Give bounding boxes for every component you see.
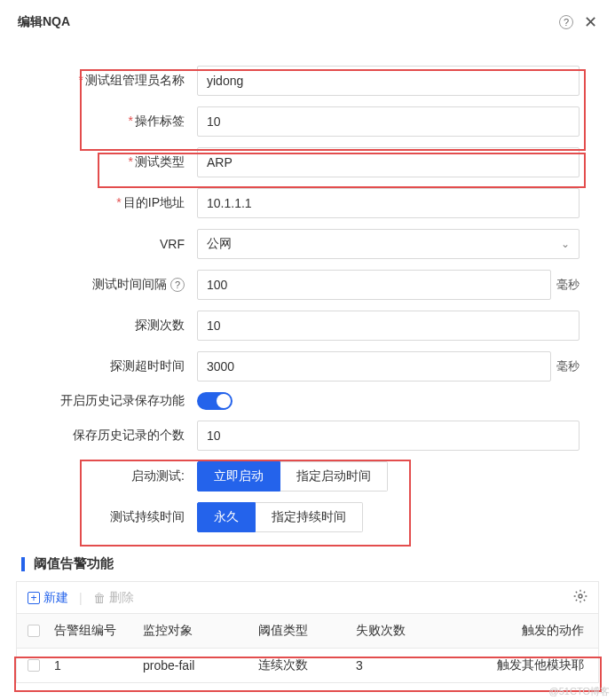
col-threshold-type: 阈值类型 — [258, 623, 356, 639]
start-test-group: 立即启动 指定启动时间 — [197, 461, 388, 492]
op-tag-input[interactable]: 10 — [197, 106, 580, 137]
delete-button[interactable]: 🗑 删除 — [93, 590, 134, 606]
interval-label: 测试时间间隔 — [92, 277, 167, 293]
probe-timeout-input[interactable]: 3000 — [197, 351, 551, 381]
history-count-label: 保存历史记录的个数 — [73, 428, 185, 442]
gear-icon[interactable] — [573, 589, 587, 606]
plus-icon: + — [28, 592, 40, 604]
form: *测试组管理员名称 yidong *操作标签 10 *测试类型 ARP *目的I… — [0, 41, 615, 532]
probe-timeout-label: 探测超时时间 — [110, 358, 185, 373]
help-icon[interactable]: ? — [559, 15, 573, 29]
admin-name-input[interactable]: yidong — [197, 66, 580, 96]
history-enable-toggle[interactable] — [197, 392, 233, 410]
probe-count-label: 探测次数 — [135, 318, 185, 332]
alarm-table: 告警组编号 监控对象 阈值类型 失败次数 触发的动作 1 probe-fail … — [16, 613, 599, 683]
watermark: @51CTO博客 — [549, 685, 610, 698]
test-type-input[interactable]: ARP — [197, 147, 580, 177]
dest-ip-label: 目的IP地址 — [123, 195, 185, 209]
col-fail-count: 失败次数 — [356, 623, 445, 639]
col-action: 触发的动作 — [445, 623, 587, 639]
test-type-label: 测试类型 — [135, 154, 185, 169]
dialog-title: 编辑NQA — [18, 14, 70, 30]
start-now-button[interactable]: 立即启动 — [197, 461, 280, 492]
svg-point-0 — [579, 594, 582, 598]
interval-help-icon[interactable]: ? — [170, 278, 185, 292]
history-enable-label: 开启历史记录保存功能 — [60, 393, 185, 407]
probe-timeout-suffix: 毫秒 — [556, 358, 580, 374]
vrf-select[interactable]: 公网 ⌄ — [197, 229, 580, 259]
row-checkbox[interactable] — [28, 659, 40, 672]
trash-icon: 🗑 — [93, 591, 106, 605]
table-toolbar: + 新建 | 🗑 删除 — [16, 581, 599, 613]
vrf-label: VRF — [160, 237, 185, 251]
dialog-header: 编辑NQA ? ✕ — [0, 0, 615, 41]
chevron-down-icon: ⌄ — [561, 238, 570, 250]
start-scheduled-button[interactable]: 指定启动时间 — [280, 461, 388, 492]
new-button[interactable]: + 新建 — [28, 590, 68, 606]
admin-name-label: 测试组管理员名称 — [85, 73, 185, 87]
probe-count-input[interactable]: 10 — [197, 311, 580, 341]
op-tag-label: 操作标签 — [135, 114, 185, 128]
duration-group: 永久 指定持续时间 — [197, 502, 363, 532]
table-row[interactable]: 1 probe-fail 连续次数 3 触发其他模块耶 — [17, 649, 598, 682]
col-alarm-id: 告警组编号 — [54, 623, 143, 639]
table-header: 告警组编号 监控对象 阈值类型 失败次数 触发的动作 — [17, 614, 598, 649]
select-all-checkbox[interactable] — [28, 625, 40, 637]
start-test-label: 启动测试: — [131, 468, 185, 483]
interval-suffix: 毫秒 — [556, 277, 580, 293]
col-monitor: 监控对象 — [143, 623, 258, 639]
dest-ip-input[interactable]: 10.1.1.1 — [197, 188, 580, 218]
close-icon[interactable]: ✕ — [584, 12, 597, 32]
interval-input[interactable]: 100 — [197, 270, 551, 300]
history-count-input[interactable]: 10 — [197, 421, 580, 451]
section-title: 阈值告警功能 — [0, 543, 615, 581]
duration-custom-button[interactable]: 指定持续时间 — [256, 502, 363, 532]
duration-label: 测试持续时间 — [110, 509, 185, 523]
duration-forever-button[interactable]: 永久 — [197, 502, 256, 532]
